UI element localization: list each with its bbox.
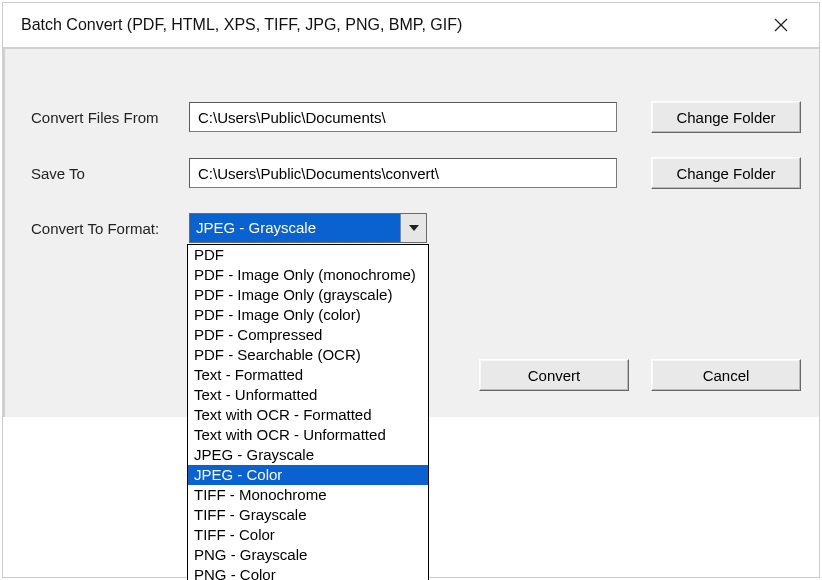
row-convert-from: Convert Files From Change Folder bbox=[5, 101, 819, 133]
format-dropdown-button[interactable] bbox=[400, 214, 426, 242]
format-option[interactable]: Text with OCR - Unformatted bbox=[188, 425, 428, 445]
format-option[interactable]: PDF - Compressed bbox=[188, 325, 428, 345]
dialog-window: Batch Convert (PDF, HTML, XPS, TIFF, JPG… bbox=[2, 2, 820, 578]
format-option[interactable]: JPEG - Color bbox=[188, 465, 428, 485]
format-combobox[interactable]: JPEG - Grayscale bbox=[189, 213, 427, 243]
change-folder-save-button[interactable]: Change Folder bbox=[651, 157, 801, 189]
label-convert-from: Convert Files From bbox=[31, 109, 189, 126]
format-option[interactable]: TIFF - Grayscale bbox=[188, 505, 428, 525]
format-option[interactable]: PDF - Image Only (color) bbox=[188, 305, 428, 325]
label-format: Convert To Format: bbox=[31, 220, 189, 237]
format-option[interactable]: JPEG - Grayscale bbox=[188, 445, 428, 465]
chevron-down-icon bbox=[409, 225, 419, 231]
format-option[interactable]: PDF - Searchable (OCR) bbox=[188, 345, 428, 365]
input-save-to[interactable] bbox=[189, 158, 617, 188]
action-buttons: Convert Cancel bbox=[479, 359, 801, 391]
format-option[interactable]: PDF bbox=[188, 245, 428, 265]
close-button[interactable] bbox=[761, 6, 801, 44]
format-option[interactable]: TIFF - Monochrome bbox=[188, 485, 428, 505]
format-option[interactable]: PNG - Color bbox=[188, 565, 428, 580]
format-option[interactable]: PDF - Image Only (grayscale) bbox=[188, 285, 428, 305]
window-title: Batch Convert (PDF, HTML, XPS, TIFF, JPG… bbox=[21, 16, 761, 34]
row-format: Convert To Format: JPEG - Grayscale bbox=[5, 213, 819, 243]
svg-marker-2 bbox=[409, 225, 419, 231]
label-save-to: Save To bbox=[31, 165, 189, 182]
input-convert-from[interactable] bbox=[189, 102, 617, 132]
cancel-button[interactable]: Cancel bbox=[651, 359, 801, 391]
format-option[interactable]: Text - Formatted bbox=[188, 365, 428, 385]
change-folder-from-button[interactable]: Change Folder bbox=[651, 101, 801, 133]
format-option[interactable]: Text with OCR - Formatted bbox=[188, 405, 428, 425]
format-dropdown-list[interactable]: PDFPDF - Image Only (monochrome)PDF - Im… bbox=[187, 244, 429, 580]
row-save-to: Save To Change Folder bbox=[5, 157, 819, 189]
format-option[interactable]: TIFF - Color bbox=[188, 525, 428, 545]
format-option[interactable]: PDF - Image Only (monochrome) bbox=[188, 265, 428, 285]
format-option[interactable]: PNG - Grayscale bbox=[188, 545, 428, 565]
titlebar: Batch Convert (PDF, HTML, XPS, TIFF, JPG… bbox=[3, 3, 819, 47]
format-selected-value: JPEG - Grayscale bbox=[190, 214, 400, 242]
format-option[interactable]: Text - Unformatted bbox=[188, 385, 428, 405]
convert-button[interactable]: Convert bbox=[479, 359, 629, 391]
close-icon bbox=[774, 18, 788, 32]
